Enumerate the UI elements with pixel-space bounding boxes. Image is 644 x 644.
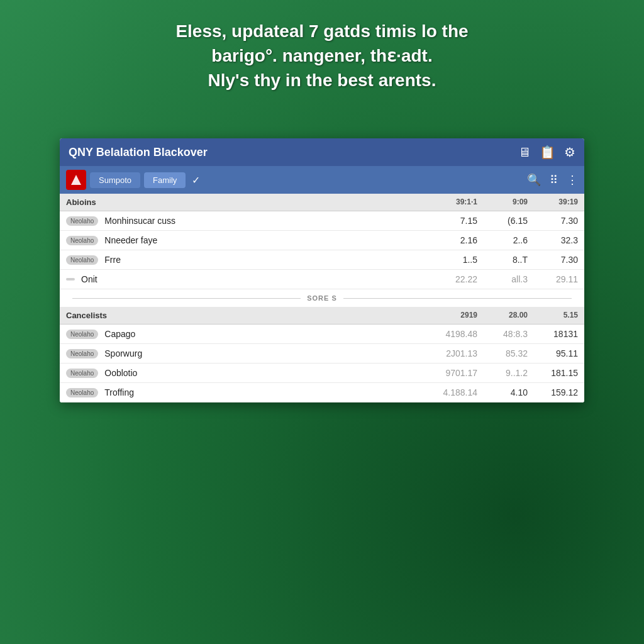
- section2-header-col2: 28.00: [477, 311, 528, 320]
- tab-family[interactable]: Family: [144, 172, 186, 188]
- row-name: Nneeder faye: [104, 235, 427, 245]
- row-val2: 2..6: [477, 235, 528, 245]
- app-window: QNY Belalation Blackover 🖥 📋 ⚙ Sumpoto F…: [60, 138, 584, 402]
- row-val1: 2J01.13: [427, 348, 477, 358]
- section1-header-col3: 39:19: [528, 197, 578, 207]
- logo-icon: [66, 170, 86, 190]
- section2-header-col3: 5.15: [528, 311, 578, 320]
- app-title: QNY Belalation Blackover: [69, 146, 512, 159]
- section2-header-col1: 2919: [427, 311, 477, 320]
- main-table: Abioins 39:1·1 9:09 39:19 Neolaho Monhin…: [60, 194, 584, 402]
- header-icons: 🖥 📋 ⚙: [518, 145, 575, 160]
- row-val3: 29.11: [528, 274, 578, 284]
- row-name: Ooblotio: [104, 368, 427, 378]
- row-val2: 8..T: [477, 255, 528, 265]
- top-line-2: barigo°. nangener, thɛ·adt.: [31, 43, 613, 68]
- row-val3: 181.15: [528, 368, 578, 378]
- row-val3: 159.12: [528, 387, 578, 397]
- divider-label: SORE S: [307, 294, 337, 302]
- row-name: Monhinsucar cuss: [104, 216, 427, 226]
- table-row[interactable]: Neolaho Nneeder faye 2.16 2..6 32.3: [60, 231, 584, 250]
- row-name: Frre: [104, 255, 427, 265]
- row-badge: Neolaho: [66, 388, 98, 397]
- clipboard-icon[interactable]: 📋: [540, 145, 555, 160]
- row-val2: 85.32: [477, 348, 528, 358]
- table-row[interactable]: Neolaho Capago 4198.48 48:8.3 18131: [60, 325, 584, 344]
- tab-sumpoto[interactable]: Sumpoto: [90, 172, 140, 188]
- row-val2: 4.10: [477, 387, 528, 397]
- tab-bar: Sumpoto Family ✓ 🔍 ⠿ ⋮: [60, 166, 584, 194]
- tab-right-icons: 🔍 ⠿ ⋮: [527, 173, 578, 187]
- divider-line-right: [343, 298, 572, 299]
- row-val3: 95.11: [528, 348, 578, 358]
- table-row[interactable]: Neolaho Frre 1..5 8..T 7.30: [60, 250, 584, 270]
- row-badge: Neolaho: [66, 255, 98, 265]
- section-divider: SORE S: [60, 289, 584, 307]
- row-badge: Neolaho: [66, 236, 98, 245]
- check-icon: ✓: [192, 174, 200, 186]
- top-line-3: Nly's thy in the best arents.: [31, 68, 613, 92]
- row-val1: 22.22: [427, 274, 477, 284]
- section1-header-col2: 9:09: [477, 197, 528, 207]
- row-val3: 7.30: [528, 216, 578, 226]
- search-icon[interactable]: 🔍: [527, 173, 541, 187]
- row-val1: 1..5: [427, 255, 477, 265]
- row-badge: [66, 278, 75, 280]
- row-val1: 2.16: [427, 235, 477, 245]
- row-val2: 48:8.3: [477, 329, 528, 339]
- row-badge: Neolaho: [66, 369, 98, 378]
- settings-icon[interactable]: ⚙: [564, 145, 575, 160]
- section1-header-name: Abioins: [66, 197, 427, 207]
- more-icon[interactable]: ⋮: [567, 173, 578, 187]
- section2-header: Cancelists 2919 28.00 5.15: [60, 307, 584, 325]
- table-row[interactable]: Neolaho Sporwurg 2J01.13 85.32 95.11: [60, 344, 584, 364]
- row-val3: 18131: [528, 329, 578, 339]
- table-row[interactable]: Neolaho Ooblotio 9701.17 9..1.2 181.15: [60, 364, 584, 383]
- section2-header-name: Cancelists: [66, 311, 427, 320]
- table-row[interactable]: Neolaho Troffing 4.188.14 4.10 159.12: [60, 383, 584, 402]
- section1-header-col1: 39:1·1: [427, 197, 477, 207]
- row-val1: 4198.48: [427, 329, 477, 339]
- row-badge: Neolaho: [66, 349, 98, 358]
- header-bar: QNY Belalation Blackover 🖥 📋 ⚙: [60, 138, 584, 166]
- grid-icon[interactable]: ⠿: [550, 173, 558, 187]
- svg-marker-0: [71, 175, 81, 185]
- table-row[interactable]: Neolaho Monhinsucar cuss 7.15 (6.15 7.30: [60, 211, 584, 231]
- table-row[interactable]: Onit 22.22 all.3 29.11: [60, 270, 584, 289]
- row-val1: 7.15: [427, 216, 477, 226]
- row-badge: Neolaho: [66, 216, 98, 226]
- divider-line-left: [72, 298, 301, 299]
- row-badge: Neolaho: [66, 330, 98, 339]
- row-val2: all.3: [477, 274, 528, 284]
- top-line-1: Eless, updateal 7 gatds timis lo the: [31, 19, 613, 43]
- top-text-block: Eless, updateal 7 gatds timis lo the bar…: [31, 19, 613, 93]
- row-val2: (6.15: [477, 216, 528, 226]
- section1-header: Abioins 39:1·1 9:09 39:19: [60, 194, 584, 211]
- row-val3: 7.30: [528, 255, 578, 265]
- row-val2: 9..1.2: [477, 368, 528, 378]
- row-name: Onit: [81, 274, 427, 284]
- row-name: Capago: [104, 329, 427, 339]
- row-val1: 9701.17: [427, 368, 477, 378]
- row-name: Troffing: [104, 387, 427, 397]
- row-val1: 4.188.14: [427, 387, 477, 397]
- row-name: Sporwurg: [104, 348, 427, 358]
- row-val3: 32.3: [528, 235, 578, 245]
- monitor-icon[interactable]: 🖥: [518, 145, 531, 160]
